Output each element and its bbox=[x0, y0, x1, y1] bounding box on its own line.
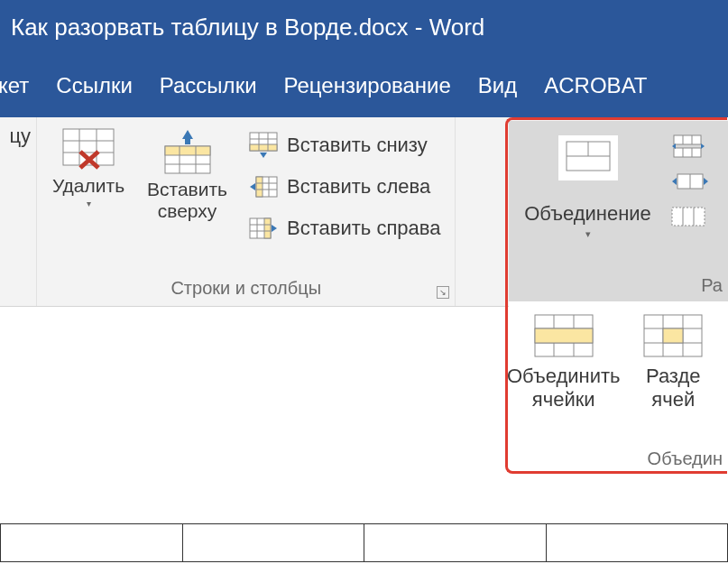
tab-view[interactable]: Вид bbox=[478, 73, 517, 98]
tab-acrobat[interactable]: ACROBAT bbox=[544, 73, 647, 98]
svg-rect-28 bbox=[674, 135, 701, 144]
table-delete-icon bbox=[62, 128, 115, 171]
split-table-icon[interactable] bbox=[670, 134, 706, 159]
truncated-label: цу bbox=[9, 125, 31, 148]
insert-left-label: Вставить слева bbox=[287, 175, 430, 199]
insert-below-label: Вставить снизу bbox=[287, 134, 428, 157]
truncated-button-left[interactable]: цу bbox=[0, 117, 36, 148]
table-cell[interactable] bbox=[1, 524, 183, 562]
insert-right-button[interactable]: Вставить справа bbox=[245, 208, 444, 249]
window-title: Как разорвать таблицу в Ворде.docx - Wor… bbox=[11, 14, 484, 42]
merge-cells-icon bbox=[566, 141, 611, 171]
table-insert-right-icon bbox=[249, 215, 278, 242]
merge-cells-button[interactable]: Объединить ячейки bbox=[509, 301, 619, 473]
merge-cells-label: Объединить ячейки bbox=[507, 365, 621, 412]
tab-references[interactable]: Ссылки bbox=[56, 73, 133, 98]
table-insert-left-icon bbox=[249, 173, 278, 200]
svg-rect-46 bbox=[535, 328, 593, 343]
tab-review[interactable]: Рецензирование bbox=[284, 73, 451, 98]
merge-group-ribbon: Объединение ▾ Ра bbox=[509, 121, 728, 301]
document-area bbox=[0, 523, 728, 562]
table-cell[interactable] bbox=[364, 524, 547, 562]
split-cells-button[interactable]: Разде ячей bbox=[619, 301, 729, 473]
window-titlebar: Как разорвать таблицу в Ворде.docx - Wor… bbox=[0, 0, 728, 54]
svg-rect-16 bbox=[256, 177, 263, 197]
insert-above-button[interactable]: Вставить сверху bbox=[143, 125, 231, 226]
table-row[interactable] bbox=[1, 524, 728, 562]
svg-rect-6 bbox=[165, 146, 210, 155]
tab-mailings[interactable]: Рассылки bbox=[160, 73, 257, 98]
autofit-icon[interactable] bbox=[670, 171, 710, 191]
insert-below-button[interactable]: Вставить снизу bbox=[245, 125, 444, 166]
svg-rect-52 bbox=[663, 328, 683, 343]
distribute-icon[interactable] bbox=[670, 204, 706, 229]
dialog-launcher-icon[interactable]: ↘ bbox=[437, 286, 449, 299]
merge-cells-large-icon bbox=[534, 314, 594, 357]
merge-dropdown-label: Объединение bbox=[524, 202, 651, 226]
merge-group-label: Объедин bbox=[648, 448, 723, 469]
merge-dropdown-menu: Объединить ячейки Разде ячей Объедин bbox=[509, 301, 728, 473]
split-cells-label: Разде ячей bbox=[646, 365, 701, 412]
insert-above-label: Вставить сверху bbox=[147, 179, 227, 222]
svg-rect-21 bbox=[264, 218, 271, 238]
size-group-label: Ра bbox=[701, 275, 723, 296]
delete-button[interactable]: Удалить ▾ bbox=[48, 125, 129, 212]
table-cell[interactable] bbox=[546, 524, 728, 562]
split-cells-large-icon bbox=[643, 314, 703, 357]
ribbon-tabs: кет Ссылки Рассылки Рецензирование Вид A… bbox=[0, 54, 728, 117]
svg-rect-36 bbox=[672, 208, 705, 226]
rows-columns-group-label: Строки и столбцы bbox=[37, 274, 455, 306]
svg-rect-29 bbox=[674, 148, 701, 157]
merge-dropdown-panel: Объединение ▾ Ра bbox=[509, 121, 728, 473]
table-insert-above-icon bbox=[161, 128, 214, 175]
document-table[interactable] bbox=[0, 523, 728, 562]
table-insert-below-icon bbox=[249, 132, 278, 159]
dropdown-arrow-icon: ▾ bbox=[585, 228, 591, 240]
insert-left-button[interactable]: Вставить слева bbox=[245, 166, 444, 208]
svg-rect-11 bbox=[250, 144, 277, 151]
dropdown-arrow-icon: ▾ bbox=[87, 199, 91, 208]
delete-label: Удалить bbox=[52, 175, 124, 197]
tab-layout[interactable]: кет bbox=[0, 73, 29, 98]
merge-split-dropdown[interactable]: Объединение ▾ bbox=[509, 121, 667, 240]
insert-right-label: Вставить справа bbox=[287, 217, 440, 240]
table-cell[interactable] bbox=[182, 524, 364, 562]
